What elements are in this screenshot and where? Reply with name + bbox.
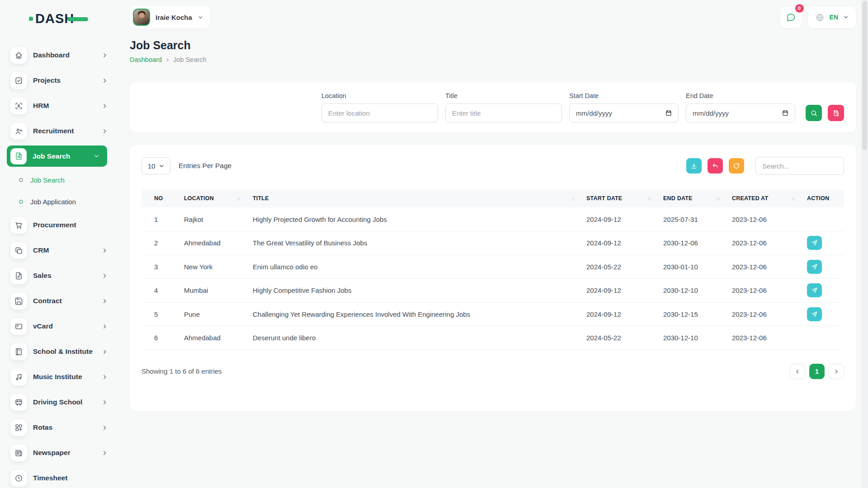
cell-created-at: 2023-12-06 [726,231,801,255]
column-header-created-at[interactable]: CREATED AT↑↓ [726,189,801,207]
reset-filters-button[interactable] [828,105,844,121]
start-date-input[interactable]: mm/dd/yyyy [569,103,679,122]
sidebar-item-label: Recruitment [33,127,102,135]
cell-location: Mumbai [178,279,246,303]
sidebar-item-crm[interactable]: CRM [0,238,118,263]
pagination-page-1[interactable]: 1 [809,364,825,379]
column-header-end-date[interactable]: END DATE↑↓ [657,189,726,207]
sidebar-subitem-job-application[interactable]: Job Application [0,191,118,212]
sidebar-item-timesheet[interactable]: Timesheet [0,465,118,488]
cell-title: Highly Competitive Fashion Jobs [246,279,580,303]
app-logo[interactable]: DASH [35,11,88,26]
sidebar-item-vcard[interactable]: vCard [0,314,118,339]
send-job-button[interactable] [807,260,822,274]
timesheet-icon [10,470,27,487]
sidebar-item-sales[interactable]: Sales [0,263,118,288]
start-date-value: mm/dd/yyyy [576,109,612,117]
column-label: NO [154,195,163,202]
cell-title: Challenging Yet Rewarding Experiences In… [246,302,580,326]
sidebar-item-procurement[interactable]: Procurement [0,212,118,238]
sidebar-item-label: Projects [33,76,102,84]
location-input[interactable] [321,103,438,122]
sidebar-item-dashboard[interactable]: Dashboard [0,42,118,68]
chevron-down-icon [94,153,99,159]
column-header-title[interactable]: TITLE↑↓ [246,189,580,207]
start-date-field: Start Date mm/dd/yyyy [569,92,679,122]
end-date-label: End Date [686,92,795,99]
breadcrumb-dashboard-link[interactable]: Dashboard [130,56,162,63]
table-search-input[interactable] [755,157,844,175]
chevron-right-icon [102,425,108,431]
send-job-button[interactable] [807,283,822,297]
pagination-next-button[interactable] [829,364,844,379]
avatar [133,9,150,26]
search-button[interactable] [806,105,822,121]
export-button[interactable] [686,158,702,174]
messages-button[interactable]: 0 [780,7,802,28]
sidebar-item-label: Timesheet [33,474,108,482]
cell-created-at: 2023-12-06 [726,255,801,279]
sort-icon: ↑↓ [571,196,574,201]
main-content: Job Search Dashboard › Job Search Locati… [130,39,856,411]
cell-title: The Great Versatility of Business Jobs [246,231,580,255]
sidebar-item-rotas[interactable]: Rotas [0,415,118,440]
sidebar: DASH DashboardProjectsHRMRecruitmentJob … [0,0,118,488]
sidebar-item-label: HRM [33,102,102,110]
sidebar-item-label: Job Search [33,152,94,160]
pagination-prev-button[interactable] [790,364,805,379]
language-selector[interactable]: EN [808,7,856,28]
sidebar-item-school-institute[interactable]: School & Institute [0,339,118,364]
table-header: NOLOCATION↑↓TITLE↑↓START DATE↑↓END DATE↑… [142,189,844,207]
chevron-right-icon [102,298,108,304]
title-input[interactable] [445,103,562,122]
sidebar-item-hrm[interactable]: HRM [0,93,118,118]
sidebar-subitem-job-search[interactable]: Job Search [0,169,118,191]
sidebar-item-recruitment[interactable]: Recruitment [0,118,118,144]
sidebar-item-music-institute[interactable]: Music Institute [0,364,118,389]
sidebar-subitem-label: Job Search [30,176,65,184]
end-date-input[interactable]: mm/dd/yyyy [686,103,795,122]
cell-location: Rajkot [178,207,246,231]
home-icon [10,47,27,64]
cell-location: Pune [178,302,246,326]
sales-icon [10,267,27,284]
logo-dot-icon [29,17,33,21]
entries-per-page-label: Entries Per Page [179,162,231,170]
table-row: 4MumbaiHighly Competitive Fashion Jobs20… [142,279,844,303]
column-label: CREATED AT [732,195,768,202]
contract-icon [10,293,27,310]
sidebar-item-label: vCard [33,322,102,330]
scrollbar-thumb[interactable] [862,1,867,150]
chevron-right-icon [102,324,108,329]
table-action-buttons [686,158,744,174]
driving-school-icon [10,394,27,411]
newspaper-icon [10,445,27,461]
undo-button[interactable] [708,158,723,174]
send-job-button[interactable] [807,236,822,250]
column-header-location[interactable]: LOCATION↑↓ [178,189,246,207]
sidebar-item-contract[interactable]: Contract [0,288,118,314]
sidebar-item-projects[interactable]: Projects [0,68,118,93]
column-header-action: ACTION [801,189,844,207]
cell-start-date: 2024-09-12 [580,302,657,326]
bullet-icon [19,178,23,182]
chevron-down-icon [843,14,849,20]
user-name: Iraie Kocha [156,14,192,21]
sidebar-item-newspaper[interactable]: Newspaper [0,440,118,465]
job-search-icon [10,148,27,164]
calendar-icon[interactable] [782,109,789,117]
sidebar-item-label: Music Institute [33,373,102,381]
user-menu[interactable]: Iraie Kocha [130,6,210,28]
end-date-field: End Date mm/dd/yyyy [686,92,795,122]
chevron-right-icon [102,78,108,84]
column-header-start-date[interactable]: START DATE↑↓ [580,189,657,207]
sidebar-item-driving-school[interactable]: Driving School [0,389,118,415]
refresh-button[interactable] [729,158,744,174]
hrm-icon [10,98,27,114]
calendar-icon[interactable] [665,109,672,117]
sidebar-subitem-label: Job Application [30,198,76,206]
location-field: Location [321,92,438,122]
sidebar-item-job-search[interactable]: Job Search [7,145,107,167]
send-job-button[interactable] [807,307,822,321]
entries-per-page-select[interactable]: 10 [142,157,170,174]
